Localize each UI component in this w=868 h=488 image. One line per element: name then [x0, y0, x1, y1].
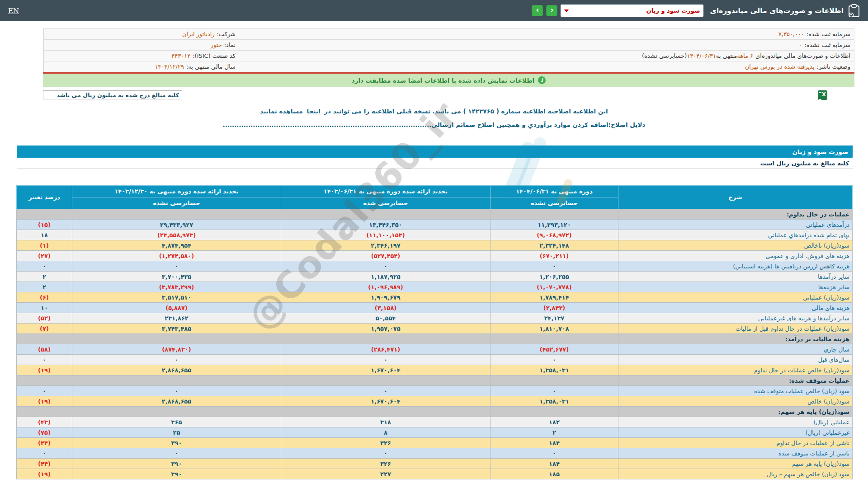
value-restated-6m [281, 407, 491, 417]
unregistered-capital-cell: سرمایه ثبت نشده: ۰ [239, 40, 854, 50]
row-label: سود(زیان) عملیاتی [618, 292, 853, 303]
value-change-percent: (۵۸) [17, 344, 72, 355]
value-current: (۴۵۲,۶۷۷) [491, 344, 618, 355]
header-change-percent: درصد تغییر [17, 186, 72, 209]
value-change-percent: (۴۴) [17, 438, 72, 448]
value-change-percent: (۵۲) [17, 313, 72, 324]
header-restated-12m: تجدید ارائه شده دوره منتهی به ۱۴۰۳/۱۲/۳۰ [72, 186, 281, 197]
chevron-down-icon [564, 9, 569, 12]
value-change-percent: (۴۴) [17, 459, 72, 469]
row-label: بهای تمام شده درآمدهاي عملياتي [618, 230, 853, 240]
value-restated-6m: ۱۳,۴۴۶,۳۵۰ [281, 220, 491, 230]
value-restated-6m: ۰ [281, 448, 491, 459]
value-restated-12m [72, 407, 281, 417]
row-label: سود (زیان) خالص عملیات متوقف شده [618, 386, 853, 396]
value-restated-12m: ۰ [72, 448, 281, 459]
pl-section-row: سود(زیان) پایه هر سهم: [17, 407, 853, 417]
value-current: ۱۱,۳۹۳,۱۲۰ [491, 220, 618, 230]
value-current [491, 375, 618, 386]
issuer-status-value: پذیرفته شده در بورس تهران [745, 63, 815, 70]
value-restated-12m: (۲۴,۵۵۸,۹۷۳) [72, 230, 281, 240]
value-current: ۱,۳۵۸,۰۳۱ [491, 365, 618, 375]
pl-data-row: بهای تمام شده درآمدهاي عملياتي(۹,۰۶۸,۹۷۲… [17, 230, 853, 240]
value-restated-6m: ۳۱۸ [281, 417, 491, 427]
value-restated-12m [72, 375, 281, 386]
value-current: ۱,۳۵۸,۰۳۱ [491, 396, 618, 407]
language-switch-link[interactable]: EN [8, 7, 19, 15]
value-restated-6m: ۸ [281, 427, 491, 438]
value-restated-6m: ۰ [281, 261, 491, 272]
value-restated-12m [72, 209, 281, 220]
row-label: غیرعملیاتي (ریال) [618, 427, 853, 438]
header-current-audit: حسابرسی نشده [491, 197, 618, 209]
value-restated-6m: ۲۲۷ [281, 469, 491, 479]
company-label: شرکت: [217, 31, 236, 38]
value-change-percent [17, 209, 72, 220]
value-restated-12m: ۲,۸۶۸,۶۵۵ [72, 396, 281, 407]
pl-data-row: سود(زیان) عملیات در حال تداوم قبل از مال… [17, 324, 853, 334]
statement-section: صورت سود و زیان کلیه مبالغ به میلیون ریا… [17, 145, 853, 479]
value-restated-12m: ۰ [72, 386, 281, 396]
value-restated-12m [72, 334, 281, 344]
row-label: هزینه های فروش، اداری و عمومی [618, 251, 853, 261]
signature-match-text: اطلاعات نمایش داده شده با اطلاعات امضا ش… [352, 77, 535, 84]
row-label: هزینه کاهش ارزش دریافتني ها (هزینه استثن… [618, 261, 853, 272]
value-change-percent: (۱۹) [17, 365, 72, 375]
pl-table-header: شرح دوره منتهی به ۱۴۰۴/۰۶/۳۱ تجدید ارائه… [17, 186, 853, 209]
symbol-cell: نماد: ختور [43, 40, 239, 50]
value-restated-6m: ۰ [281, 355, 491, 365]
value-restated-12m: ۰ [72, 261, 281, 272]
unregistered-capital-value: ۰ [799, 42, 802, 48]
row-label: سود(زیان) پایه هر سهم: [618, 407, 853, 417]
value-restated-12m: (۸۷۴,۸۳۰) [72, 344, 281, 355]
header-restated-6m-audit: حسابرسی شده [281, 197, 491, 209]
report-type-selected-value: صورت سود و زیان [571, 7, 700, 14]
report-type-select[interactable]: صورت سود و زیان [561, 5, 703, 17]
statement-title-bar: صورت سود و زیان [17, 145, 853, 158]
amounts-unit-box: کلیه مبالغ درج شده به میلیون ریال می باش… [43, 90, 182, 99]
value-current: ۰ [491, 355, 618, 365]
header-current-period: دوره منتهی به ۱۴۰۴/۰۶/۳۱ [491, 186, 618, 197]
row-label: درآمدهاي عملياتي [618, 220, 853, 230]
pl-data-row: ناشي از عملیات متوقف شده۰۰۰۰ [17, 448, 853, 459]
value-restated-12m: ۳,۵۱۷,۵۱۰ [72, 292, 281, 303]
period-audit-status: (حسابرسی نشده) [642, 52, 687, 59]
next-report-button[interactable]: › [532, 5, 543, 16]
mid-row: کلیه مبالغ درج شده به میلیون ریال می باش… [43, 90, 827, 103]
previous-version-link[interactable]: اینجا [307, 108, 321, 115]
value-change-percent: ۱۰ [17, 303, 72, 313]
value-current: ۰ [491, 386, 618, 396]
pl-data-row: سود(زیان) پایه هر سهم۱۸۴۳۲۶۳۹۰(۴۴) [17, 459, 853, 469]
amendment-dots: ........................................… [223, 121, 432, 128]
value-change-percent: ۲ [17, 272, 72, 282]
value-current: (۲,۸۴۳) [491, 303, 618, 313]
value-change-percent [17, 375, 72, 386]
row-label: عملیات متوقف شده: [618, 375, 853, 386]
fiscal-year-value: ۱۴۰۴/۱۲/۲۹ [155, 63, 184, 70]
row-label: سایر هزینه‌ها [618, 282, 853, 292]
value-change-percent [17, 407, 72, 417]
value-current: ۱,۸۱۰,۷۰۸ [491, 324, 618, 334]
excel-export-icon[interactable] [818, 90, 827, 100]
info-icon: i [538, 76, 546, 84]
pl-data-row: هزینه کاهش ارزش دریافتني ها (هزینه استثن… [17, 261, 853, 272]
unregistered-capital-label: سرمایه ثبت نشده: [805, 42, 850, 48]
value-current: (۶۷۰,۲۱۱) [491, 251, 618, 261]
pl-table-body: عملیات در حال تداوم:درآمدهاي عملياتي۱۱,۳… [17, 209, 853, 479]
fiscal-year-cell: سال مالی منتهی به: ۱۴۰۴/۱۲/۲۹ [43, 61, 239, 72]
value-change-percent: (۱) [17, 240, 72, 251]
amounts-unit-text: کلیه مبالغ درج شده به میلیون ریال می باش… [57, 92, 179, 99]
isic-cell: کد صنعت (ISIC): ۳۴۳۰۱۲ [43, 51, 239, 61]
row-label: سود(زیان) خالص [618, 396, 853, 407]
pl-data-row: سایر درآمدها و هزینه های غیرعملیاتی۲۴,۱۳… [17, 313, 853, 324]
value-current [491, 334, 618, 344]
pl-data-row: سود (زیان) خالص هر سهم – ریال۱۸۵۲۲۷۳۹۰(۱… [17, 469, 853, 479]
pl-data-row: غیرعملیاتي (ریال)۲۸۲۵(۷۵) [17, 427, 853, 438]
amendment-text-pre: این اطلاعیه اصلاحیه اطلاعیه شماره ( ۱۴۲۳… [324, 108, 608, 115]
value-restated-12m: ۳۹۰ [72, 459, 281, 469]
value-change-percent: (۲۷) [17, 251, 72, 261]
value-restated-12m: ۳۹۰ [72, 469, 281, 479]
company-name-cell: شرکت: رادیاتور ایران [43, 29, 239, 39]
prev-report-button[interactable]: ‹ [546, 5, 557, 16]
row-label: سال‌هاي قبل [618, 355, 853, 365]
